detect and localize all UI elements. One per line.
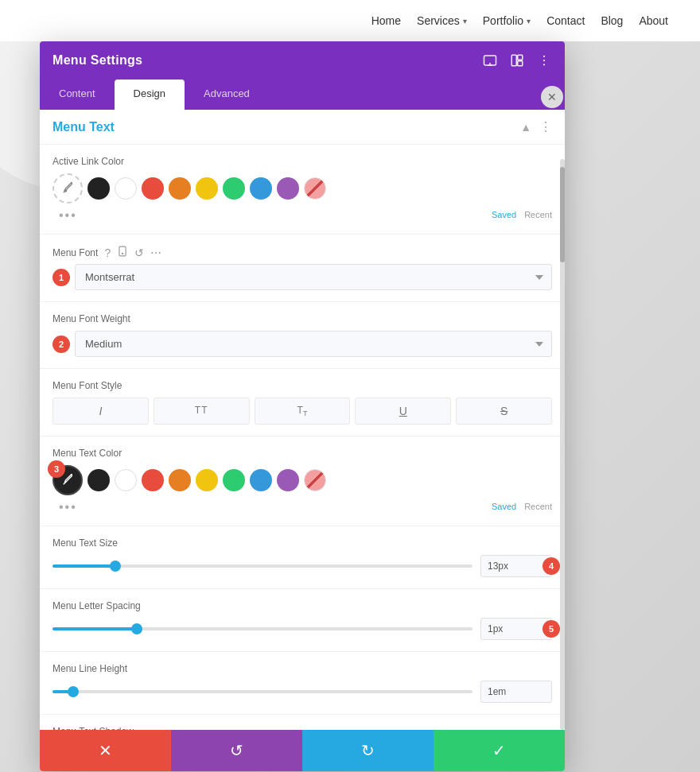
tab-content[interactable]: Content — [40, 80, 115, 110]
active-link-color-row: Active Link Color ••• Saved Recent — [40, 148, 565, 231]
menu-letter-spacing-input[interactable] — [480, 618, 552, 640]
text-color-recent-label[interactable]: Recent — [524, 502, 552, 511]
more-dots[interactable]: ••• — [59, 208, 77, 223]
font-style-caps[interactable]: TT — [154, 398, 250, 425]
menu-text-shadow-row: Menu Text Shadow Aa Aa — [40, 718, 565, 730]
menu-font-label-row: Menu Font ? ↺ ⋯ — [52, 246, 552, 259]
section-header: Menu Text ▲ ⋮ — [40, 110, 565, 141]
menu-line-height-label: Menu Line Height — [52, 663, 552, 674]
redo-button[interactable]: ↻ — [302, 730, 434, 771]
svg-rect-4 — [518, 55, 523, 60]
menu-text-size-slider-row: 4 — [52, 555, 552, 577]
color-swatch-orange[interactable] — [169, 177, 191, 200]
nav-about[interactable]: About — [639, 14, 668, 27]
font-style-strikethrough[interactable]: S — [456, 398, 552, 425]
panel-close-x[interactable]: ✕ — [541, 86, 563, 108]
menu-text-size-track[interactable] — [52, 564, 472, 568]
top-navigation: Home Services ▾ Portfolio ▾ Contact Blog… — [0, 0, 700, 41]
responsive-icon[interactable] — [482, 52, 498, 68]
panel-title: Menu Settings — [52, 53, 142, 68]
section-more-icon[interactable]: ⋮ — [539, 119, 552, 134]
menu-font-weight-select-row: 2 Medium — [52, 331, 552, 357]
font-style-underline[interactable]: U — [355, 398, 451, 425]
save-button[interactable]: ✓ — [434, 730, 565, 771]
badge-2: 2 — [52, 336, 70, 353]
eyedropper-button[interactable] — [52, 173, 83, 204]
scrollbar-track[interactable] — [560, 159, 565, 730]
undo-button[interactable]: ↺ — [171, 730, 302, 771]
menu-font-weight-row: Menu Font Weight 2 Medium — [40, 305, 565, 365]
layout-icon[interactable] — [509, 52, 525, 68]
color-swatch-blue[interactable] — [250, 177, 272, 200]
nav-home[interactable]: Home — [371, 14, 401, 27]
text-color-none[interactable] — [304, 469, 326, 491]
font-style-italic[interactable]: I — [52, 398, 149, 425]
saved-label[interactable]: Saved — [492, 210, 516, 219]
chevron-down-icon: ▾ — [527, 17, 531, 25]
cancel-button[interactable]: ✕ — [40, 730, 171, 771]
more-options-icon[interactable] — [536, 52, 552, 68]
menu-line-height-track[interactable] — [52, 690, 472, 693]
text-color-saved-label[interactable]: Saved — [492, 502, 516, 511]
color-swatch-green[interactable] — [223, 177, 245, 200]
menu-text-size-input[interactable] — [480, 555, 552, 577]
text-color-white[interactable] — [115, 469, 137, 491]
menu-letter-spacing-slider-row: 5 — [52, 618, 552, 640]
font-style-capitalize[interactable]: TT — [255, 398, 351, 425]
text-color-purple[interactable] — [277, 469, 299, 491]
text-color-green[interactable] — [223, 469, 245, 491]
menu-font-style-row: Menu Font Style I TT TT U S — [40, 372, 565, 433]
collapse-icon[interactable]: ▲ — [520, 121, 531, 134]
menu-line-height-row: Menu Line Height — [40, 655, 565, 711]
color-swatch-red[interactable] — [142, 177, 164, 200]
panel-header: Menu Settings — [40, 41, 565, 80]
svg-rect-5 — [518, 61, 523, 66]
scrollbar-handle[interactable] — [560, 167, 565, 262]
text-color-black[interactable] — [88, 469, 110, 491]
text-color-red[interactable] — [142, 469, 164, 491]
text-color-blue[interactable] — [250, 469, 272, 491]
tab-design[interactable]: Design — [115, 80, 185, 110]
menu-letter-spacing-input-wrap: 5 — [480, 618, 552, 640]
menu-text-size-row: Menu Text Size 4 — [40, 530, 565, 585]
active-link-color-label: Active Link Color — [52, 156, 552, 167]
tab-advanced[interactable]: Advanced — [185, 80, 269, 110]
menu-font-select-row: 1 Montserrat — [52, 264, 552, 290]
text-color-yellow[interactable] — [196, 469, 218, 491]
recent-label[interactable]: Recent — [524, 210, 552, 219]
panel-header-icons — [482, 52, 552, 68]
color-swatch-white[interactable] — [115, 177, 137, 200]
nav-blog[interactable]: Blog — [601, 14, 623, 27]
svg-point-7 — [543, 60, 545, 61]
menu-text-color-row: Menu Text Color 3 ••• — [40, 440, 565, 522]
menu-letter-spacing-thumb[interactable] — [131, 623, 142, 634]
color-swatch-purple[interactable] — [277, 177, 299, 200]
nav-services[interactable]: Services ▾ — [417, 14, 467, 27]
menu-text-size-input-wrap: 4 — [480, 555, 552, 577]
text-color-orange[interactable] — [169, 469, 191, 491]
more-font-icon[interactable]: ⋯ — [150, 246, 161, 259]
menu-letter-spacing-track[interactable] — [52, 627, 472, 630]
help-icon[interactable]: ? — [104, 246, 111, 259]
mobile-icon[interactable] — [117, 246, 128, 259]
menu-line-height-thumb[interactable] — [68, 686, 79, 697]
nav-contact[interactable]: Contact — [546, 14, 585, 27]
text-color-more-dots[interactable]: ••• — [59, 500, 77, 514]
menu-font-select[interactable]: Montserrat — [75, 264, 552, 290]
color-swatch-yellow[interactable] — [196, 177, 218, 200]
menu-font-weight-select[interactable]: Medium — [75, 331, 552, 357]
badge-5: 5 — [542, 620, 560, 638]
menu-text-color-picker: 3 — [52, 465, 552, 495]
color-swatch-none[interactable] — [304, 177, 326, 200]
svg-point-6 — [543, 56, 545, 57]
menu-line-height-input[interactable] — [480, 681, 552, 703]
reset-icon[interactable]: ↺ — [134, 246, 144, 259]
section-title: Menu Text — [52, 120, 115, 134]
text-color-saved-recent: ••• Saved Recent — [57, 499, 552, 514]
menu-text-size-label: Menu Text Size — [52, 537, 552, 549]
menu-font-row: Menu Font ? ↺ ⋯ 1 Montserrat — [40, 238, 565, 298]
color-swatch-black[interactable] — [88, 177, 110, 200]
panel-body: Menu Text ▲ ⋮ Active Link Color — [40, 110, 565, 730]
nav-portfolio[interactable]: Portfolio ▾ — [483, 14, 531, 27]
menu-text-size-thumb[interactable] — [110, 561, 121, 572]
